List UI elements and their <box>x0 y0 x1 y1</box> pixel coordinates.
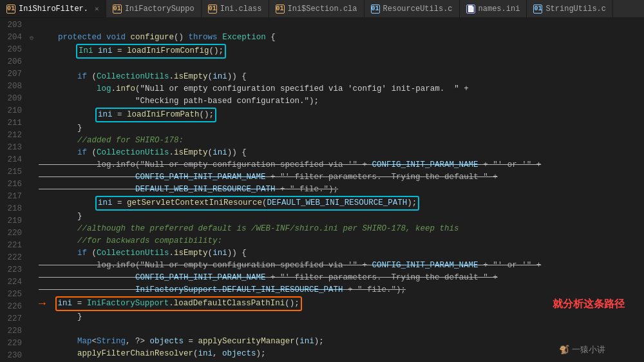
fold-button <box>27 93 36 105</box>
code-line: //for backwards compatibility: <box>36 235 644 247</box>
code-line: "Checking path-based configuration."); <box>36 95 644 108</box>
tab-icon: 01 <box>113 5 122 14</box>
tab-icon: 📄 <box>466 5 475 14</box>
code-content: "Checking path-based configuration."); <box>39 95 319 108</box>
code-line: ini = loadIniFromPath(); <box>36 108 644 122</box>
fold-button <box>27 289 36 301</box>
code-content: //although the preferred default is /WEB… <box>39 223 459 235</box>
indent <box>39 197 97 209</box>
tab-label: Ini.class <box>220 5 262 14</box>
fold-button <box>27 129 36 142</box>
highlighted-code-cyan: Ini ini = loadIniFromConfig(); <box>76 44 226 59</box>
code-content: } <box>39 122 82 135</box>
fold-button <box>27 240 36 252</box>
code-line: DEFAULT_WEB_INI_RESOURCE_PATH + " file."… <box>36 184 644 196</box>
fold-button <box>27 105 36 117</box>
line-number: 222 <box>0 252 22 264</box>
code-content: protected void configure() throws Except… <box>39 32 276 44</box>
code-line: CONFIG_PATH_INIT_PARAM_NAME + "' filter … <box>36 272 644 284</box>
tab-tab-names[interactable]: 📄names.ini <box>460 0 527 17</box>
code-content: if (CollectionUtils.isEmpty(ini)) { <box>39 71 247 83</box>
watermark: 🐒 一猿小讲 <box>559 344 605 356</box>
tab-tab-inisection[interactable]: 01Ini$Section.cla <box>269 0 365 17</box>
fold-button[interactable]: ⊖ <box>27 32 36 44</box>
code-content: if (CollectionUtils.isEmpty(ini)) { <box>39 147 247 159</box>
fold-button <box>27 350 36 362</box>
fold-button <box>27 166 36 178</box>
line-number: 205 <box>0 44 22 56</box>
line-number: 218 <box>0 203 22 215</box>
tab-label: StringUtils.c <box>545 5 606 14</box>
code-line: log.info("Null or empty configuration sp… <box>36 159 644 171</box>
fold-button <box>27 203 36 215</box>
code-content: log.info("Null or empty configuration sp… <box>39 83 469 95</box>
fold-button <box>27 68 36 81</box>
code-line: } <box>36 122 644 135</box>
code-line <box>36 19 644 32</box>
line-number: 221 <box>0 240 22 252</box>
fold-button <box>27 154 36 166</box>
line-number: 230 <box>0 350 22 362</box>
code-line: //added for SHIRO-178: <box>36 135 644 147</box>
fold-button <box>27 142 36 154</box>
line-number: 211 <box>0 117 22 129</box>
indent <box>39 109 97 121</box>
code-content: CONFIG_PATH_INIT_PARAM_NAME + "' filter … <box>39 171 498 184</box>
code-line: protected void configure() throws Except… <box>36 32 644 44</box>
line-number: 216 <box>0 178 22 191</box>
code-content: log.info("Null or empty configuration sp… <box>39 159 541 171</box>
line-number: 209 <box>0 93 22 105</box>
line-numbers: 2032042052062072082092102112122132142152… <box>0 18 27 362</box>
code-content: } <box>39 211 82 223</box>
code-content: applyFilterChainResolver(ini, objects); <box>39 348 266 360</box>
tab-tab-inifactory[interactable]: 01IniFactorySuppo <box>106 0 202 17</box>
line-number: 204 <box>0 32 22 44</box>
line-number: 212 <box>0 129 22 142</box>
code-line: log.info("Null or empty configuration sp… <box>36 83 644 95</box>
highlighted-code-cyan: ini = getServletContextIniResource(DEFAU… <box>95 196 419 211</box>
fold-button <box>27 215 36 227</box>
tab-tab-resourceutils[interactable]: 01ResourceUtils.c <box>365 0 460 17</box>
tab-label: ResourceUtils.c <box>383 5 453 14</box>
code-content: DEFAULT_WEB_INI_RESOURCE_PATH + " file."… <box>39 184 338 196</box>
code-line: if (CollectionUtils.isEmpty(ini)) { <box>36 247 644 260</box>
fold-button <box>27 191 36 203</box>
tab-icon: 01 <box>6 5 15 14</box>
line-number: 219 <box>0 215 22 227</box>
line-number: 228 <box>0 325 22 338</box>
code-content: IniFactorySupport.DEFAULT_INI_RESOURCE_P… <box>39 284 406 296</box>
fold-button <box>27 301 36 313</box>
line-number: 207 <box>0 68 22 81</box>
tab-icon: 01 <box>371 5 380 14</box>
tab-label: IniShiroFilter. <box>19 5 88 14</box>
code-line: Map<String, ?> objects = applySecurityMa… <box>36 336 644 348</box>
code-line: IniFactorySupport.DEFAULT_INI_RESOURCE_P… <box>36 284 644 296</box>
line-number: 224 <box>0 276 22 289</box>
tab-tab-iniclass[interactable]: 01Ini.class <box>202 0 269 17</box>
line-number: 215 <box>0 166 22 178</box>
tab-bar: 01IniShiroFilter.✕01IniFactorySuppo01Ini… <box>0 0 644 18</box>
code-content: CONFIG_PATH_INIT_PARAM_NAME + "' filter … <box>39 272 498 284</box>
code-line: } <box>36 311 644 323</box>
tab-tab-stringutils[interactable]: 01StringUtils.c <box>527 0 613 17</box>
line-number: 217 <box>0 191 22 203</box>
tab-tab-inishiro[interactable]: 01IniShiroFilter.✕ <box>0 0 106 17</box>
line-number: 203 <box>0 19 22 32</box>
fold-button <box>27 227 36 240</box>
code-content: Map<String, ?> objects = applySecurityMa… <box>39 336 324 348</box>
line-number: 210 <box>0 105 22 117</box>
line-number: 208 <box>0 81 22 93</box>
line-number: 229 <box>0 338 22 350</box>
code-content: //added for SHIRO-178: <box>39 135 184 147</box>
tab-label: IniFactorySuppo <box>125 5 194 14</box>
code-content: } <box>39 311 82 323</box>
line-number: 206 <box>0 56 22 68</box>
code-area: 2032042052062072082092102112122132142152… <box>0 18 644 362</box>
code-content: //for backwards compatibility: <box>39 235 222 247</box>
tab-close-button[interactable]: ✕ <box>95 5 99 13</box>
line-number: 223 <box>0 264 22 276</box>
fold-button <box>27 313 36 325</box>
fold-button <box>27 81 36 93</box>
tab-icon: 01 <box>208 5 217 14</box>
tab-label: Ini$Section.cla <box>288 5 357 14</box>
